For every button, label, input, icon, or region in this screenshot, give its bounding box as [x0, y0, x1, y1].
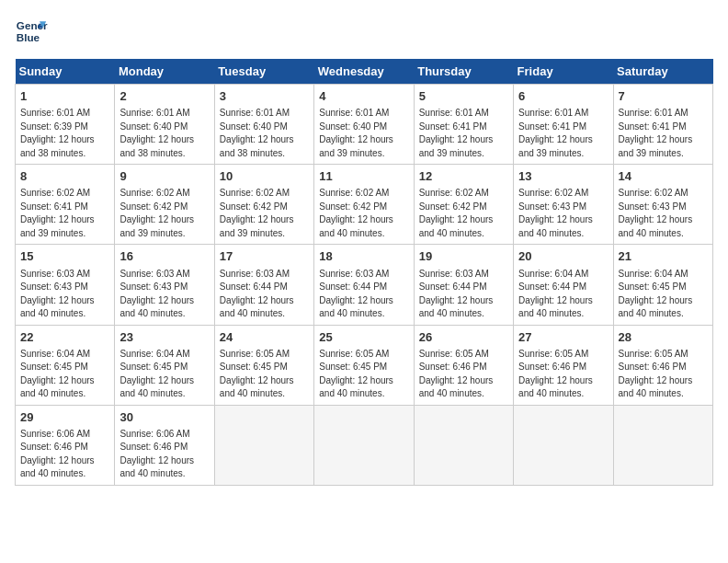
calendar-day-cell: 6Sunrise: 6:01 AMSunset: 6:41 PMDaylight… — [514, 85, 613, 165]
calendar-day-cell: 12Sunrise: 6:02 AMSunset: 6:42 PMDayligh… — [414, 165, 513, 245]
day-info: Sunrise: 6:01 AMSunset: 6:41 PMDaylight:… — [518, 107, 608, 160]
day-number: 19 — [419, 248, 508, 265]
day-number: 13 — [518, 168, 608, 185]
day-info: Sunrise: 6:05 AMSunset: 6:45 PMDaylight:… — [319, 348, 408, 401]
day-info: Sunrise: 6:04 AMSunset: 6:44 PMDaylight:… — [518, 268, 608, 321]
day-number: 3 — [220, 88, 309, 105]
day-info: Sunrise: 6:03 AMSunset: 6:44 PMDaylight:… — [419, 268, 508, 321]
day-info: Sunrise: 6:06 AMSunset: 6:46 PMDaylight:… — [20, 428, 109, 481]
day-info: Sunrise: 6:01 AMSunset: 6:40 PMDaylight:… — [119, 107, 209, 160]
day-info: Sunrise: 6:02 AMSunset: 6:42 PMDaylight:… — [119, 187, 209, 240]
calendar-day-cell — [514, 405, 613, 485]
day-number: 23 — [119, 329, 209, 346]
day-number: 29 — [20, 409, 109, 426]
day-info: Sunrise: 6:04 AMSunset: 6:45 PMDaylight:… — [619, 268, 708, 321]
day-number: 9 — [119, 168, 209, 185]
calendar-table: SundayMondayTuesdayWednesdayThursdayFrid… — [15, 59, 713, 486]
calendar-day-cell — [214, 405, 313, 485]
calendar-day-cell — [414, 405, 513, 485]
day-info: Sunrise: 6:02 AMSunset: 6:42 PMDaylight:… — [419, 187, 508, 240]
calendar-week-row: 8Sunrise: 6:02 AMSunset: 6:41 PMDaylight… — [16, 165, 713, 245]
day-number: 17 — [220, 248, 309, 265]
day-number: 16 — [119, 248, 209, 265]
day-info: Sunrise: 6:02 AMSunset: 6:43 PMDaylight:… — [518, 187, 608, 240]
day-info: Sunrise: 6:02 AMSunset: 6:43 PMDaylight:… — [619, 187, 708, 240]
weekday-header: Tuesday — [214, 59, 313, 85]
calendar-day-cell: 18Sunrise: 6:03 AMSunset: 6:44 PMDayligh… — [314, 245, 414, 325]
day-number: 1 — [20, 88, 109, 105]
calendar-day-cell: 30Sunrise: 6:06 AMSunset: 6:46 PMDayligh… — [115, 405, 214, 485]
weekday-header: Friday — [514, 59, 613, 85]
day-info: Sunrise: 6:05 AMSunset: 6:46 PMDaylight:… — [518, 348, 608, 401]
logo-icon: General Blue — [15, 15, 48, 48]
day-info: Sunrise: 6:03 AMSunset: 6:43 PMDaylight:… — [20, 268, 109, 321]
day-number: 24 — [220, 329, 309, 346]
calendar-day-cell: 11Sunrise: 6:02 AMSunset: 6:42 PMDayligh… — [314, 165, 414, 245]
calendar-day-cell: 21Sunrise: 6:04 AMSunset: 6:45 PMDayligh… — [613, 245, 712, 325]
calendar-week-row: 29Sunrise: 6:06 AMSunset: 6:46 PMDayligh… — [16, 405, 713, 485]
day-info: Sunrise: 6:03 AMSunset: 6:44 PMDaylight:… — [319, 268, 408, 321]
day-info: Sunrise: 6:05 AMSunset: 6:46 PMDaylight:… — [419, 348, 508, 401]
day-number: 6 — [518, 88, 608, 105]
day-info: Sunrise: 6:01 AMSunset: 6:40 PMDaylight:… — [319, 107, 408, 160]
day-info: Sunrise: 6:02 AMSunset: 6:41 PMDaylight:… — [20, 187, 109, 240]
day-number: 11 — [319, 168, 408, 185]
weekday-header: Monday — [115, 59, 214, 85]
day-info: Sunrise: 6:04 AMSunset: 6:45 PMDaylight:… — [119, 348, 209, 401]
logo: General Blue — [15, 15, 48, 48]
day-info: Sunrise: 6:02 AMSunset: 6:42 PMDaylight:… — [319, 187, 408, 240]
calendar-day-cell: 14Sunrise: 6:02 AMSunset: 6:43 PMDayligh… — [613, 165, 712, 245]
day-info: Sunrise: 6:05 AMSunset: 6:46 PMDaylight:… — [619, 348, 708, 401]
day-info: Sunrise: 6:01 AMSunset: 6:41 PMDaylight:… — [619, 107, 708, 160]
calendar-day-cell: 19Sunrise: 6:03 AMSunset: 6:44 PMDayligh… — [414, 245, 513, 325]
calendar-day-cell: 24Sunrise: 6:05 AMSunset: 6:45 PMDayligh… — [214, 325, 313, 405]
calendar-day-cell: 26Sunrise: 6:05 AMSunset: 6:46 PMDayligh… — [414, 325, 513, 405]
calendar-day-cell — [613, 405, 712, 485]
header-row: SundayMondayTuesdayWednesdayThursdayFrid… — [16, 59, 713, 85]
day-info: Sunrise: 6:05 AMSunset: 6:45 PMDaylight:… — [220, 348, 309, 401]
day-number: 15 — [20, 248, 109, 265]
calendar-day-cell: 16Sunrise: 6:03 AMSunset: 6:43 PMDayligh… — [115, 245, 214, 325]
day-info: Sunrise: 6:02 AMSunset: 6:42 PMDaylight:… — [220, 187, 309, 240]
calendar-day-cell: 15Sunrise: 6:03 AMSunset: 6:43 PMDayligh… — [16, 245, 115, 325]
day-number: 28 — [619, 329, 708, 346]
calendar-week-row: 22Sunrise: 6:04 AMSunset: 6:45 PMDayligh… — [16, 325, 713, 405]
day-number: 2 — [119, 88, 209, 105]
day-number: 25 — [319, 329, 408, 346]
day-number: 20 — [518, 248, 608, 265]
day-number: 30 — [119, 409, 209, 426]
calendar-week-row: 1Sunrise: 6:01 AMSunset: 6:39 PMDaylight… — [16, 85, 713, 165]
day-number: 22 — [20, 329, 109, 346]
day-number: 14 — [619, 168, 708, 185]
weekday-header: Saturday — [613, 59, 712, 85]
weekday-header: Sunday — [16, 59, 115, 85]
calendar-day-cell: 23Sunrise: 6:04 AMSunset: 6:45 PMDayligh… — [115, 325, 214, 405]
calendar-day-cell: 9Sunrise: 6:02 AMSunset: 6:42 PMDaylight… — [115, 165, 214, 245]
day-number: 5 — [419, 88, 508, 105]
calendar-day-cell: 28Sunrise: 6:05 AMSunset: 6:46 PMDayligh… — [613, 325, 712, 405]
calendar-day-cell: 27Sunrise: 6:05 AMSunset: 6:46 PMDayligh… — [514, 325, 613, 405]
day-info: Sunrise: 6:04 AMSunset: 6:45 PMDaylight:… — [20, 348, 109, 401]
day-info: Sunrise: 6:01 AMSunset: 6:41 PMDaylight:… — [419, 107, 508, 160]
calendar-day-cell: 4Sunrise: 6:01 AMSunset: 6:40 PMDaylight… — [314, 85, 414, 165]
calendar-day-cell: 22Sunrise: 6:04 AMSunset: 6:45 PMDayligh… — [16, 325, 115, 405]
day-info: Sunrise: 6:03 AMSunset: 6:44 PMDaylight:… — [220, 268, 309, 321]
day-info: Sunrise: 6:06 AMSunset: 6:46 PMDaylight:… — [119, 428, 209, 481]
calendar-day-cell: 8Sunrise: 6:02 AMSunset: 6:41 PMDaylight… — [16, 165, 115, 245]
day-number: 21 — [619, 248, 708, 265]
calendar-day-cell: 10Sunrise: 6:02 AMSunset: 6:42 PMDayligh… — [214, 165, 313, 245]
day-number: 26 — [419, 329, 508, 346]
day-number: 27 — [518, 329, 608, 346]
day-info: Sunrise: 6:01 AMSunset: 6:39 PMDaylight:… — [20, 107, 109, 160]
calendar-day-cell: 7Sunrise: 6:01 AMSunset: 6:41 PMDaylight… — [613, 85, 712, 165]
day-number: 4 — [319, 88, 408, 105]
day-number: 18 — [319, 248, 408, 265]
calendar-day-cell: 20Sunrise: 6:04 AMSunset: 6:44 PMDayligh… — [514, 245, 613, 325]
calendar-day-cell — [314, 405, 414, 485]
calendar-day-cell: 17Sunrise: 6:03 AMSunset: 6:44 PMDayligh… — [214, 245, 313, 325]
calendar-day-cell: 3Sunrise: 6:01 AMSunset: 6:40 PMDaylight… — [214, 85, 313, 165]
day-info: Sunrise: 6:03 AMSunset: 6:43 PMDaylight:… — [119, 268, 209, 321]
calendar-day-cell: 1Sunrise: 6:01 AMSunset: 6:39 PMDaylight… — [16, 85, 115, 165]
day-number: 7 — [619, 88, 708, 105]
calendar-day-cell: 5Sunrise: 6:01 AMSunset: 6:41 PMDaylight… — [414, 85, 513, 165]
